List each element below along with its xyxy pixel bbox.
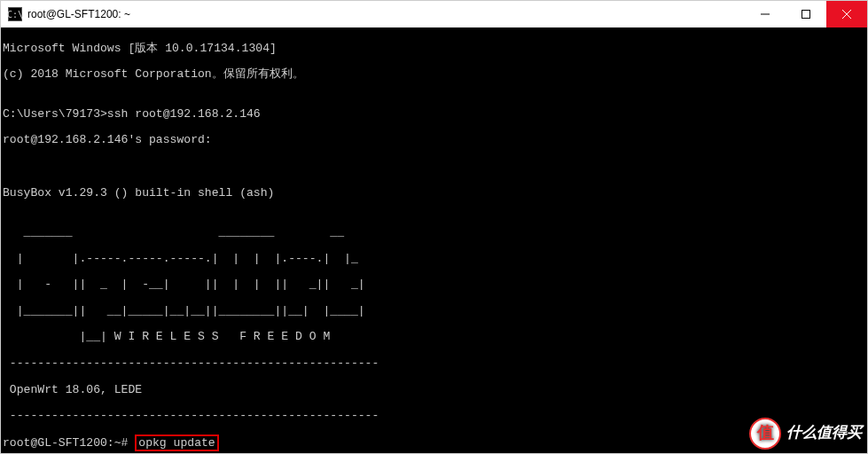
watermark: 值 什么值得买 <box>749 418 862 450</box>
terminal-line: (c) 2018 Microsoft Corporation。保留所有权利。 <box>3 68 865 82</box>
minimize-icon <box>761 10 770 19</box>
watermark-text: 什么值得买 <box>786 427 862 441</box>
terminal-line: OpenWrt 18.06, LEDE <box>3 384 865 397</box>
titlebar[interactable]: C:\ root@GL-SFT1200: ~ <box>1 1 867 27</box>
highlighted-command: opkg update <box>135 434 218 451</box>
terminal-line: C:\Users\79173>ssh root@192.168.2.146 <box>3 108 865 121</box>
terminal-body[interactable]: Microsoft Windows [版本 10.0.17134.1304] (… <box>1 27 867 453</box>
close-button[interactable] <box>826 1 867 27</box>
maximize-button[interactable] <box>786 1 826 27</box>
ascii-art: | |.-----.-----.-----.| | | |.----.| |_ <box>3 253 865 266</box>
close-icon <box>842 10 851 19</box>
minimize-button[interactable] <box>745 1 786 27</box>
terminal-line: Microsoft Windows [版本 10.0.17134.1304] <box>3 43 865 56</box>
terminal-window: C:\ root@GL-SFT1200: ~ Microsoft Windows… <box>0 0 868 454</box>
window-title: root@GL-SFT1200: ~ <box>27 8 745 20</box>
watermark-badge-icon: 值 <box>749 418 781 450</box>
terminal-line: BusyBox v1.29.3 () built-in shell (ash) <box>3 187 865 200</box>
maximize-icon <box>802 10 810 19</box>
window-controls <box>745 1 867 27</box>
terminal-line: root@192.168.2.146's password: <box>3 134 865 147</box>
app-icon: C:\ <box>8 7 22 21</box>
svg-rect-1 <box>802 11 810 19</box>
prompt-line: root@GL-SFT1200:~# opkg update <box>3 436 865 450</box>
ascii-art: | - || _ | -__| || | | || _|| _| <box>3 278 865 292</box>
ascii-art: |__| W I R E L E S S F R E E D O M <box>3 331 865 344</box>
ascii-art: _______ ________ __ <box>3 226 865 239</box>
ascii-art: |_______|| __|_____|__|__||________||__|… <box>3 305 865 318</box>
terminal-line: ----------------------------------------… <box>3 357 865 371</box>
terminal-line: ----------------------------------------… <box>3 410 865 423</box>
